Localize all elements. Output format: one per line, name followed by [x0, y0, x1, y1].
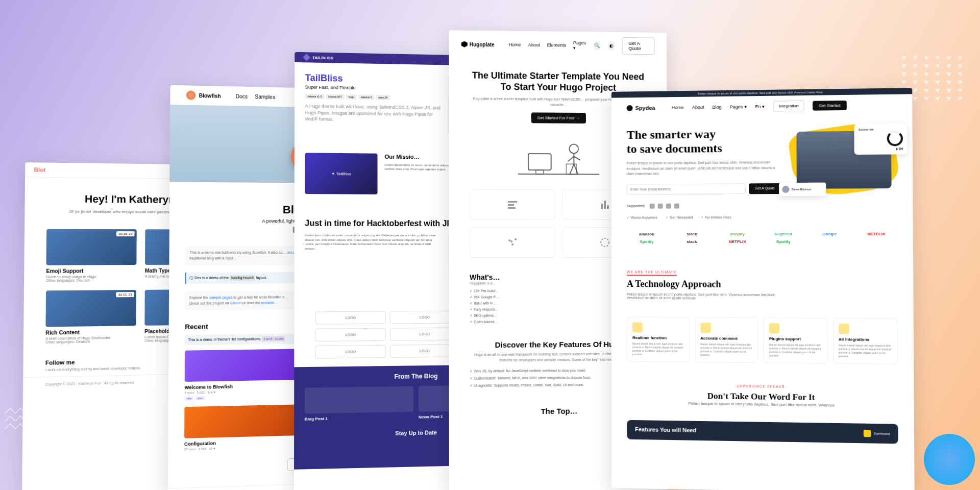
dashboard-card: Features You will Need Dashboard	[627, 420, 898, 444]
brand-logo: amazon	[627, 232, 667, 236]
hero-description: A Hugo theme built with love, using Tail…	[305, 103, 440, 124]
brand-logo: Segment	[763, 232, 804, 236]
nav-language[interactable]: En ▾	[755, 104, 765, 109]
circle-decoration	[924, 434, 975, 485]
hexagon-icon	[461, 41, 468, 47]
brand-grid: amazonslackshopifySegmentGoogleNETFLIXSp…	[611, 226, 913, 256]
svg-point-9	[511, 243, 513, 246]
brand-logo: Spotify	[627, 239, 667, 244]
brand-logo: slack	[672, 239, 712, 244]
svg-rect-1	[536, 170, 544, 174]
post-tile[interactable]: Jul 11, 23Rich ContentA brief descriptio…	[45, 290, 136, 344]
nav-about[interactable]: About	[528, 42, 540, 47]
integration-button[interactable]: Integration	[773, 101, 804, 112]
post-card[interactable]: Welcome to Blowfish4 mins · 5,652 · 119 …	[184, 349, 303, 400]
spydea-theme-card: Pellen tesque in ipsum id orci porta dap…	[611, 88, 915, 490]
brand-logo: Spotify	[763, 239, 804, 244]
nav-about[interactable]: About	[692, 105, 704, 110]
nav-home[interactable]: Home	[509, 42, 521, 47]
success-rate-chip: Success rate▮ 150	[854, 124, 907, 155]
hero-title: The smarter wayto save documents	[627, 127, 781, 156]
user-chip: Steven Robinson	[779, 182, 826, 195]
nav-docs[interactable]: Docs	[236, 93, 248, 99]
nav-blog[interactable]: Blog	[712, 104, 721, 109]
hero-title: The Ultimate Starter Template You Need T…	[470, 70, 647, 94]
nav-elements[interactable]: Elements	[547, 42, 566, 47]
hero-illustration	[508, 133, 609, 185]
post-card[interactable]: Configuration17 mins · 3,789 · 10 ♥	[184, 404, 303, 453]
tech-heading: A Technology Approach	[627, 279, 897, 290]
eyebrow-label: WE ARE THE ULTIMATE	[627, 270, 677, 276]
spydea-logo[interactable]: Spydea	[627, 105, 655, 111]
gem-icon	[303, 54, 310, 61]
logo-icon	[627, 105, 633, 111]
svg-point-3	[569, 144, 578, 154]
github-link[interactable]: GitHub	[230, 301, 241, 304]
svg-rect-0	[528, 154, 551, 170]
logo-placeholder: LOGO	[315, 311, 385, 325]
android-icon	[674, 203, 679, 208]
windows-icon	[650, 204, 655, 209]
svg-point-10	[514, 238, 517, 240]
feature-checks: Works AnywhereGet RewardedNo Hidden Fees	[611, 212, 913, 227]
svg-point-12	[601, 238, 609, 247]
brand-logo: NETFLIX	[855, 231, 897, 236]
nav-samples[interactable]: Samples	[255, 94, 275, 100]
mission-image: ✦ TailBliss	[305, 153, 377, 194]
feature-card: Plugins supportMauris blandit aliquet el…	[763, 317, 827, 363]
hashicorp-icon	[666, 203, 671, 208]
eyebrow-label: EXPERIENCE SPEAKS	[737, 384, 785, 388]
svg-point-11	[510, 240, 512, 242]
svg-point-8	[508, 239, 510, 241]
svg-rect-7	[508, 207, 516, 209]
hugoplate-logo[interactable]: Hugoplate	[461, 41, 495, 48]
tech-subtitle: Pellen tesque in ipsum id orci porta dap…	[627, 292, 781, 300]
email-input[interactable]	[627, 183, 746, 194]
search-icon[interactable]: 🔍	[594, 41, 601, 50]
nav-pages[interactable]: Pages ▾	[573, 40, 586, 51]
hero-subtitle: Pellen tesque in ipsum id orci porta dap…	[627, 160, 781, 177]
install-link[interactable]: Installat…	[261, 301, 278, 304]
blowfish-logo[interactable]: Blowfish	[186, 90, 221, 100]
dropbox-icon	[658, 204, 663, 209]
sample-pages-link[interactable]: sample pages	[209, 296, 232, 299]
supported-row: Supported	[611, 199, 913, 213]
post-tile[interactable]: Jul 15, 20Emoji SupportGuide to emoji us…	[46, 229, 137, 282]
get-started-button[interactable]: Get Started For Free →	[531, 113, 586, 124]
feature-card: All IntegrationsMauris blandit aliquet e…	[832, 318, 898, 364]
feature-card: Accurate commentMauris blandit aliquet e…	[695, 317, 758, 363]
feature-card: Realtime functionMauris blandit aliquet …	[627, 316, 690, 362]
blot-logo[interactable]: Blot	[34, 166, 45, 173]
brand-logo: shopify	[717, 232, 757, 236]
brand-logo: NETFLIX	[717, 239, 758, 244]
brand-logo: Google	[809, 232, 850, 236]
hacktober-text: Lorem ipsum dolor sit amet, consectetur …	[305, 233, 441, 295]
svg-rect-6	[508, 204, 514, 206]
hero-title: TailBliss	[305, 72, 441, 85]
blowfish-icon	[186, 90, 196, 100]
svg-rect-5	[508, 201, 517, 203]
quote-button[interactable]: Get A Quote	[622, 37, 655, 55]
hero-image: Success rate▮ 150 Steven Robinson	[791, 126, 897, 194]
theme-toggle-icon[interactable]: ◐	[608, 41, 615, 51]
logo-grid: LOGOLOGO LOGOLOGO LOGOLOGO	[305, 303, 470, 368]
get-quote-button[interactable]: Get A Quote	[749, 183, 781, 194]
hero-subtitle: Super Fast, and Flexible	[305, 85, 441, 92]
badge-row: release v1.0license MIThugotailwind 3sta…	[305, 94, 441, 101]
svg-line-2	[518, 174, 599, 175]
get-started-button[interactable]: Get Started	[813, 101, 847, 111]
dashboard-icon	[863, 430, 871, 437]
nav-home[interactable]: Home	[672, 105, 684, 110]
brand-logo: slack	[672, 232, 712, 236]
svg-rect-4	[567, 164, 577, 175]
nav-pages[interactable]: Pages ▾	[730, 104, 747, 109]
blog-post-card[interactable]: Blog Post 1	[305, 386, 413, 422]
